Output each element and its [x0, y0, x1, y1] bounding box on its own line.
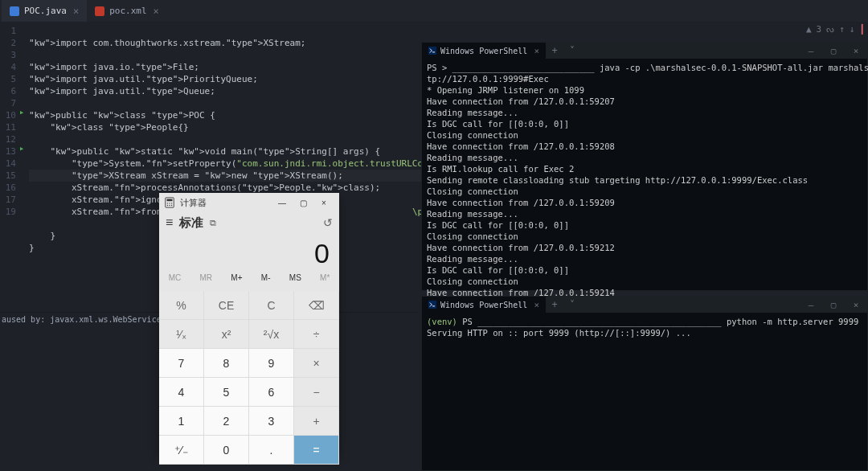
svg-point-4	[167, 203, 168, 203]
calc-key-22[interactable]: .	[249, 436, 294, 465]
window-controls: — ▢ ×	[800, 300, 867, 310]
calculator-keypad: %CEC⌫¹⁄ₓx²²√x÷789×456−123+⁺⁄₋0.=	[159, 291, 339, 465]
svg-point-9	[171, 205, 172, 206]
tab-dropdown-icon[interactable]: ˅	[563, 299, 581, 310]
up-arrow-icon[interactable]: ↑	[839, 24, 845, 35]
calc-key-8[interactable]: 7	[159, 349, 204, 378]
calculator-mode-bar: ≡ 标准 ⧉ ↺	[159, 212, 339, 233]
maximize-button[interactable]: ▢	[293, 199, 313, 207]
terminal-2[interactable]: Windows PowerShell × + ˅ — ▢ × (venv) PS…	[421, 296, 868, 471]
new-tab-button[interactable]: +	[546, 299, 563, 310]
close-icon[interactable]: ×	[534, 46, 539, 56]
calc-key-16[interactable]: 1	[159, 407, 204, 436]
maximize-button[interactable]: ▢	[822, 46, 845, 56]
calc-key-11[interactable]: ×	[294, 349, 339, 378]
tab-poc-xml[interactable]: poc.xml ×	[87, 0, 167, 22]
calc-key-19[interactable]: +	[294, 407, 339, 436]
keep-on-top-icon[interactable]: ⧉	[210, 218, 216, 228]
calculator-window[interactable]: 计算器 — ▢ × ≡ 标准 ⧉ ↺ 0 MCMRM+M-MSM* %CEC⌫¹…	[159, 193, 339, 455]
calculator-titlebar[interactable]: 计算器 — ▢ ×	[159, 193, 339, 212]
hamburger-icon[interactable]: ≡	[166, 215, 173, 230]
calculator-title: 计算器	[180, 197, 207, 209]
history-icon[interactable]: ↺	[323, 216, 333, 229]
calc-key-23[interactable]: =	[294, 436, 339, 465]
warning-count: 3	[817, 24, 822, 35]
powershell-icon	[428, 47, 436, 55]
calc-key-15[interactable]: −	[294, 378, 339, 407]
down-arrow-icon[interactable]: ↓	[850, 24, 855, 35]
close-button[interactable]: ×	[845, 46, 867, 56]
terminal-tab-label: Windows PowerShell	[440, 47, 527, 55]
terminal-output[interactable]: (venv) PS ______________________________…	[422, 313, 867, 342]
calculator-display: 0	[159, 233, 339, 273]
editor-tabs: POC.java × poc.xml ×	[0, 0, 868, 22]
calc-key-3[interactable]: ⌫	[294, 291, 339, 320]
calc-key-21[interactable]: 0	[204, 436, 249, 465]
mem-mc[interactable]: MC	[169, 273, 182, 291]
calc-key-7[interactable]: ÷	[294, 320, 339, 349]
calc-key-1[interactable]: CE	[204, 291, 249, 320]
close-button[interactable]: ×	[845, 300, 867, 310]
calc-key-12[interactable]: 4	[159, 378, 204, 407]
calc-key-2[interactable]: C	[249, 291, 294, 320]
terminal-1[interactable]: Windows PowerShell × + ˅ — ▢ × PS > ____…	[421, 42, 868, 291]
memory-row: MCMRM+M-MSM*	[159, 273, 339, 291]
new-tab-button[interactable]: +	[546, 45, 563, 56]
mem-m+[interactable]: M+	[231, 273, 242, 291]
tab-poc-java[interactable]: POC.java ×	[2, 0, 87, 22]
mem-ms[interactable]: MS	[289, 273, 301, 291]
calc-key-17[interactable]: 2	[204, 407, 249, 436]
minimize-button[interactable]: —	[272, 199, 293, 207]
close-icon[interactable]: ×	[73, 6, 79, 17]
calculator-icon	[164, 197, 175, 208]
warning-icon[interactable]: ▲	[806, 24, 812, 35]
tab-dropdown-icon[interactable]: ˅	[563, 45, 581, 56]
terminal-tabs: Windows PowerShell × + ˅ — ▢ ×	[422, 43, 867, 59]
calc-key-13[interactable]: 5	[204, 378, 249, 407]
mem-mr[interactable]: MR	[200, 273, 213, 291]
terminal-tabs: Windows PowerShell × + ˅ — ▢ ×	[422, 297, 867, 313]
tab-label: POC.java	[24, 6, 67, 16]
calc-key-14[interactable]: 6	[249, 378, 294, 407]
calc-key-4[interactable]: ¹⁄ₓ	[159, 320, 204, 349]
minimize-button[interactable]: —	[800, 300, 822, 310]
close-icon[interactable]: ×	[154, 6, 159, 17]
calc-key-18[interactable]: 3	[249, 407, 294, 436]
calc-key-6[interactable]: ²√x	[249, 320, 294, 349]
mem-m-[interactable]: M-	[261, 273, 271, 291]
calc-key-9[interactable]: 8	[204, 349, 249, 378]
svg-point-7	[167, 205, 168, 206]
window-controls: — ▢ ×	[272, 199, 334, 207]
calc-key-5[interactable]: x²	[204, 320, 249, 349]
xml-file-icon	[95, 6, 104, 16]
close-icon[interactable]: ×	[534, 300, 539, 310]
error-stripe-icon: ┃	[859, 24, 865, 35]
calc-key-0[interactable]: %	[159, 291, 204, 320]
terminal-tab-label: Windows PowerShell	[440, 301, 527, 309]
tab-label: poc.xml	[109, 6, 146, 16]
terminal-tab[interactable]: Windows PowerShell ×	[422, 43, 546, 59]
inspect-icon[interactable]: ᔓ	[826, 24, 834, 35]
calc-key-20[interactable]: ⁺⁄₋	[159, 436, 204, 465]
powershell-icon	[428, 301, 436, 309]
svg-point-8	[169, 205, 170, 206]
line-gutter: 1234567101112131415161719	[0, 22, 23, 319]
calc-key-10[interactable]: 9	[249, 349, 294, 378]
run-gutter: ▶▶	[23, 22, 29, 319]
java-file-icon	[10, 6, 19, 16]
svg-point-6	[171, 203, 172, 203]
close-button[interactable]: ×	[313, 199, 334, 207]
display-value: 0	[314, 238, 330, 269]
editor-top-right-indicators: ▲ 3 ᔓ ↑ ↓ ┃	[806, 24, 865, 35]
calculator-mode-label: 标准	[179, 215, 203, 231]
terminal-tab[interactable]: Windows PowerShell ×	[422, 297, 546, 313]
mem-m*[interactable]: M*	[320, 273, 330, 291]
svg-rect-3	[167, 199, 173, 202]
window-controls: — ▢ ×	[800, 46, 867, 56]
svg-point-5	[169, 203, 170, 203]
minimize-button[interactable]: —	[800, 46, 822, 56]
maximize-button[interactable]: ▢	[822, 300, 845, 310]
